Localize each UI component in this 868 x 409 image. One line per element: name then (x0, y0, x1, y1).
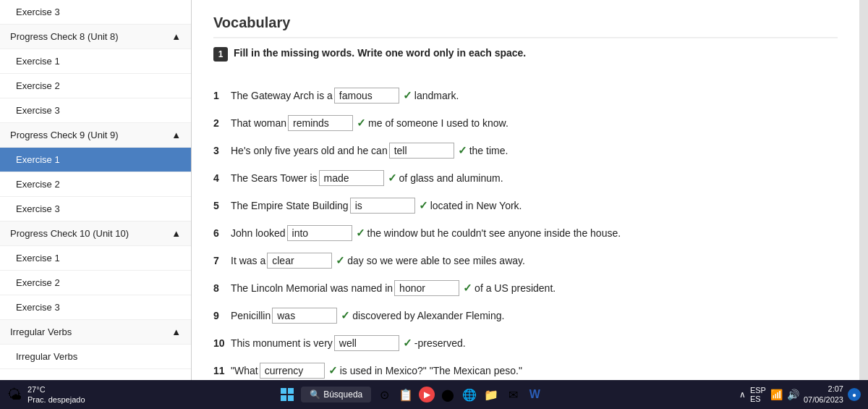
chevron-up-icon[interactable]: ∧ (739, 389, 746, 400)
taskbar: 🌤 27°C Prac. despejado 🔍 Búsqueda ⊙ 📋 ▶ … (0, 380, 868, 409)
sidebar-item-ex3-p9[interactable]: Exercise 3 (0, 197, 191, 222)
exercise-after-text: discovered by Alexander Fleming. (352, 310, 504, 321)
exercise-number: 2 (213, 117, 226, 129)
exercise-before-text: This monument is very (231, 337, 333, 349)
answer-input[interactable]: was (272, 308, 337, 324)
answer-input[interactable]: tell (389, 143, 454, 159)
answer-input[interactable]: reminds (288, 115, 353, 131)
app-icon-4[interactable]: ⬤ (439, 386, 456, 403)
sidebar-item-ex1-p9[interactable]: Exercise 1 (0, 148, 191, 172)
clock-date: 07/06/2023 (804, 395, 843, 405)
exercise-list: 1The Gateway Arch is a famous✓ landmark.… (213, 88, 838, 380)
exercise-before-text: The Sears Tower is (231, 172, 318, 184)
exercise-before-text: "What (231, 365, 258, 376)
answer-input[interactable]: into (287, 225, 352, 241)
exercise-item-2: 2That woman reminds✓ me of someone I use… (213, 115, 838, 131)
app-icon-8[interactable]: W (526, 386, 543, 403)
weather-desc: Prac. despejado (27, 395, 85, 405)
check-icon: ✓ (458, 144, 467, 157)
answer-input[interactable]: well (334, 335, 399, 351)
app-icon-1[interactable]: ⊙ (375, 386, 393, 403)
sidebar-item-ex2-p9[interactable]: Exercise 2 (0, 172, 191, 197)
exercise-after-text: of a US president. (475, 282, 556, 294)
instruction-number: 1 (213, 47, 228, 62)
sidebar-section-progress10[interactable]: Progress Check 10 (Unit 10)▲ (0, 222, 191, 246)
sidebar-item-ex1-p10[interactable]: Exercise 1 (0, 246, 191, 271)
exercise-after-text: the time. (469, 145, 509, 156)
lang-label: ESP ES (750, 386, 766, 403)
exercise-number: 9 (213, 310, 226, 321)
content-area: Vocabulary 1 Fill in the missing words. … (192, 0, 859, 380)
exercise-after-text: day so we were able to see miles away. (347, 255, 525, 266)
instruction-box: 1 Fill in the missing words. Write one w… (213, 47, 838, 73)
volume-icon: 🔊 (787, 389, 799, 400)
exercise-number: 10 (213, 337, 226, 349)
user-avatar[interactable]: ● (848, 388, 861, 401)
answer-input[interactable]: is (350, 198, 415, 214)
chevron-icon: ▲ (171, 228, 181, 239)
app-icon-3[interactable]: ▶ (419, 387, 435, 402)
scrollbar[interactable] (859, 0, 868, 380)
exercise-before-text: Penicillin (231, 310, 271, 321)
app-icon-7[interactable]: ✉ (504, 386, 522, 403)
check-icon: ✓ (357, 117, 366, 130)
check-icon: ✓ (341, 309, 350, 322)
weather-info: 27°C Prac. despejado (27, 384, 85, 405)
exercise-before-text: The Lincoln Memorial was named in (231, 282, 393, 294)
exercise-after-text: -preserved. (414, 337, 466, 349)
exercise-before-text: It was a (231, 255, 265, 266)
check-icon: ✓ (328, 364, 338, 377)
app-icon-5[interactable]: 🌐 (461, 386, 478, 403)
app-icon-2[interactable]: 📋 (397, 386, 414, 403)
search-label: Búsqueda (323, 389, 362, 400)
sidebar-item-irreg2[interactable]: Irregular Verbs (0, 345, 191, 369)
answer-input[interactable]: currency (260, 363, 325, 379)
exercise-number: 11 (213, 365, 226, 376)
exercise-item-10: 10This monument is very well✓ -preserved… (213, 335, 838, 351)
sidebar-item-ex3-p8[interactable]: Exercise 3 (0, 98, 191, 123)
exercise-after-text: landmark. (414, 90, 459, 101)
sidebar-item-ex1-p8[interactable]: Exercise 1 (0, 49, 191, 74)
exercise-item-5: 5The Empire State Building is✓ located i… (213, 198, 838, 214)
exercise-item-3: 3He's only five years old and he can tel… (213, 143, 838, 159)
taskbar-right: ∧ ESP ES 📶 🔊 2:07 07/06/2023 ● (739, 384, 861, 406)
sidebar-section-irreg1[interactable]: Irregular Verbs▲ (0, 320, 191, 345)
windows-logo[interactable] (281, 388, 294, 401)
weather-temp: 27°C (27, 384, 85, 395)
exercise-before-text: The Empire State Building (231, 200, 349, 211)
instruction-text: Fill in the missing words. Write one wor… (234, 47, 526, 59)
exercise-before-text: The Gateway Arch is a (231, 90, 333, 101)
app-icon-6[interactable]: 📁 (482, 386, 500, 403)
page-title: Vocabulary (213, 14, 838, 38)
sidebar-section-progress9[interactable]: Progress Check 9 (Unit 9)▲ (0, 123, 191, 148)
sidebar-item-ex3-p10[interactable]: Exercise 3 (0, 295, 191, 320)
search-icon: 🔍 (310, 389, 320, 400)
taskbar-left: 🌤 27°C Prac. despejado (7, 384, 85, 405)
sidebar-section-progress8[interactable]: Progress Check 8 (Unit 8)▲ (0, 25, 191, 49)
check-icon: ✓ (336, 254, 345, 267)
exercise-before-text: John looked (231, 227, 286, 239)
exercise-number: 5 (213, 200, 226, 211)
exercise-item-11: 11"What currency✓ is used in Mexico?" "T… (213, 363, 838, 379)
exercise-number: 1 (213, 90, 226, 101)
wifi-icon: 📶 (770, 389, 783, 400)
taskbar-center: 🔍 Búsqueda ⊙ 📋 ▶ ⬤ 🌐 📁 ✉ W (281, 386, 543, 403)
answer-input[interactable]: clear (267, 253, 332, 269)
sidebar-item-ex3-top[interactable]: Exercise 3 (0, 0, 191, 25)
sidebar: Exercise 3Progress Check 8 (Unit 8)▲Exer… (0, 0, 192, 380)
exercise-number: 8 (213, 282, 226, 294)
exercise-before-text: That woman (231, 117, 286, 129)
sidebar-item-ex2-p10[interactable]: Exercise 2 (0, 271, 191, 295)
answer-input[interactable]: made (319, 170, 384, 186)
answer-input[interactable]: famous (334, 88, 399, 104)
search-button[interactable]: 🔍 Búsqueda (301, 387, 371, 402)
exercise-after-text: located in New York. (430, 200, 522, 211)
answer-input[interactable]: honor (394, 280, 459, 296)
exercise-after-text: me of someone I used to know. (368, 117, 509, 129)
exercise-item-4: 4The Sears Tower is made✓ of glass and a… (213, 170, 838, 186)
exercise-number: 7 (213, 255, 226, 266)
sidebar-item-ex2-p8[interactable]: Exercise 2 (0, 74, 191, 98)
exercise-item-9: 9Penicillin was✓ discovered by Alexander… (213, 308, 838, 324)
exercise-before-text: He's only five years old and he can (231, 145, 388, 156)
check-icon: ✓ (419, 199, 428, 212)
